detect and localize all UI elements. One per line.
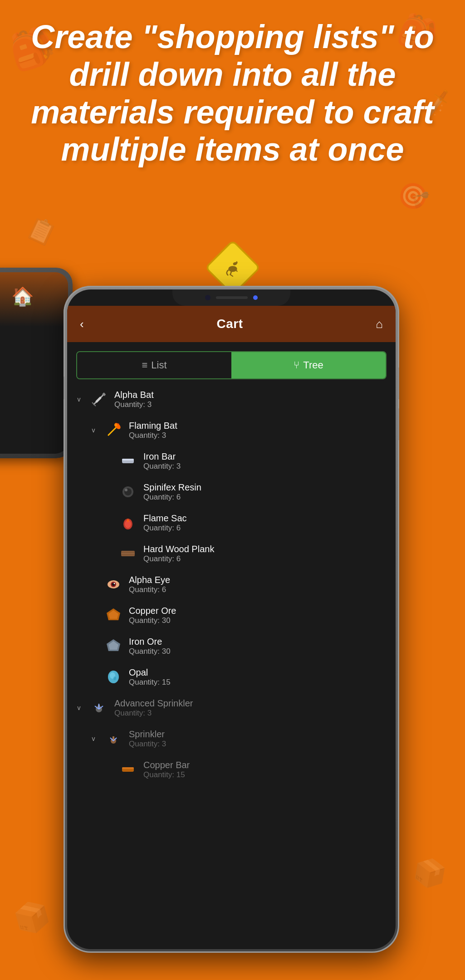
item-quantity: Quantity: 6 [143,554,214,564]
item-quantity: Quantity: 6 [143,493,201,502]
item-icon-alpha-eye [103,574,123,594]
item-name: Flame Sac [143,513,187,524]
item-name: Copper Bar [143,760,190,770]
item-icon-iron-bar [118,451,138,471]
item-name: Advanced Sprinkler [114,698,193,709]
volume-button [64,377,64,399]
item-info: Alpha BatQuantity: 3 [114,390,154,409]
chevron-icon[interactable]: v [74,704,83,711]
item-name: Hard Wood Plank [143,544,214,554]
item-icon-sword [89,389,109,409]
camera-dot [205,295,210,300]
tab-tree[interactable]: ⑂ Tree [231,352,386,378]
item-name: Opal [129,667,171,678]
tab-bar: ≡ List ⑂ Tree [76,351,387,379]
item-name: Flaming Bat [129,421,177,431]
list-item: Iron BarQuantity: 3 [67,446,396,476]
item-info: Alpha EyeQuantity: 6 [129,575,170,594]
item-info: Iron BarQuantity: 3 [143,451,181,471]
list-item: OpalQuantity: 15 [67,662,396,692]
phone-screen: ‹ Cart ⌂ ≡ List ⑂ Tree vAlpha BatQuantit… [67,289,396,949]
list-item: vAlpha BatQuantity: 3 [67,384,396,415]
tree-icon: ⑂ [294,359,299,371]
list-item: Iron OreQuantity: 30 [67,631,396,662]
svg-rect-22 [121,551,135,556]
svg-point-13 [114,424,117,426]
item-info: Copper BarQuantity: 15 [143,760,190,779]
item-info: Advanced SprinklerQuantity: 3 [114,698,193,718]
item-icon-wood-plank [118,544,138,564]
home-icon-left: 🏠 [11,286,34,307]
item-list: vAlpha BatQuantity: 3vFlaming BatQuantit… [67,379,396,789]
item-quantity: Quantity: 6 [143,524,187,533]
item-info: Iron OreQuantity: 30 [129,637,171,656]
list-item: vAdvanced SprinklerQuantity: 3 [67,692,396,723]
svg-point-14 [117,423,119,425]
item-name: Iron Ore [129,637,171,647]
list-item: Hard Wood PlankQuantity: 6 [67,538,396,569]
item-name: Alpha Eye [129,575,170,585]
item-name: Spinifex Resin [143,482,201,493]
item-icon-copper-ore [103,605,123,625]
item-icon-iron-ore [103,636,123,656]
item-name: Alpha Bat [114,390,154,400]
item-info: Spinifex ResinQuantity: 6 [143,482,201,502]
phone-left-screen: 🏠 [0,272,68,454]
list-item: Flame SacQuantity: 6 [67,507,396,538]
item-quantity: Quantity: 6 [129,585,170,594]
svg-rect-16 [122,459,134,461]
item-icon-opal [103,667,123,687]
item-info: Flaming BatQuantity: 3 [129,421,177,440]
svg-point-28 [114,583,115,584]
item-quantity: Quantity: 3 [114,709,193,718]
status-dot [253,295,258,300]
headline-section: Create "shopping lists" to drill down in… [0,18,465,168]
chevron-icon[interactable]: v [74,396,83,403]
screen-title: Cart [216,317,243,331]
item-icon-copper-bar [118,760,138,779]
item-info: OpalQuantity: 15 [129,667,171,687]
svg-point-1 [228,266,237,272]
item-info: SprinklerQuantity: 3 [129,729,166,749]
item-name: Iron Bar [143,451,181,462]
back-button[interactable]: ‹ [80,317,84,331]
list-item: Alpha EyeQuantity: 6 [67,569,396,600]
svg-point-35 [113,676,116,680]
phone-left: 🏠 [0,268,73,458]
item-name: Sprinkler [129,729,166,740]
list-icon: ≡ [142,359,147,371]
item-quantity: Quantity: 3 [129,431,177,440]
item-info: Flame SacQuantity: 6 [143,513,187,533]
power-button [398,368,399,399]
item-icon-sprinkler [103,729,123,749]
home-button[interactable]: ⌂ [376,317,383,331]
svg-rect-46 [122,767,134,769]
item-quantity: Quantity: 3 [114,400,154,409]
item-quantity: Quantity: 30 [129,647,171,656]
item-icon-resin [118,482,138,502]
tab-tree-label: Tree [303,359,323,371]
headline-text: Create "shopping lists" to drill down in… [14,18,451,168]
chevron-icon[interactable]: v [89,426,98,434]
item-icon-flaming-bat [103,420,123,440]
tab-list-label: List [151,359,166,371]
item-quantity: Quantity: 30 [129,616,176,625]
tab-list[interactable]: ≡ List [77,352,231,378]
item-info: Copper OreQuantity: 30 [129,606,176,625]
item-quantity: Quantity: 3 [129,740,166,749]
svg-point-19 [125,489,127,491]
list-item: vFlaming BatQuantity: 3 [67,415,396,446]
item-icon-advanced-sprinkler [89,698,109,718]
item-quantity: Quantity: 15 [129,678,171,687]
item-quantity: Quantity: 15 [143,770,190,779]
item-quantity: Quantity: 3 [143,462,181,471]
phone-main: ‹ Cart ⌂ ≡ List ⑂ Tree vAlpha BatQuantit… [64,286,399,953]
app-header: ‹ Cart ⌂ [67,306,396,342]
item-name: Copper Ore [129,606,176,616]
list-item: Spinifex ResinQuantity: 6 [67,476,396,507]
chevron-icon[interactable]: v [89,735,98,742]
list-item: vSprinklerQuantity: 3 [67,723,396,754]
notch-pill [216,296,248,299]
phone-notch [172,289,290,306]
power-button-2 [398,408,399,440]
